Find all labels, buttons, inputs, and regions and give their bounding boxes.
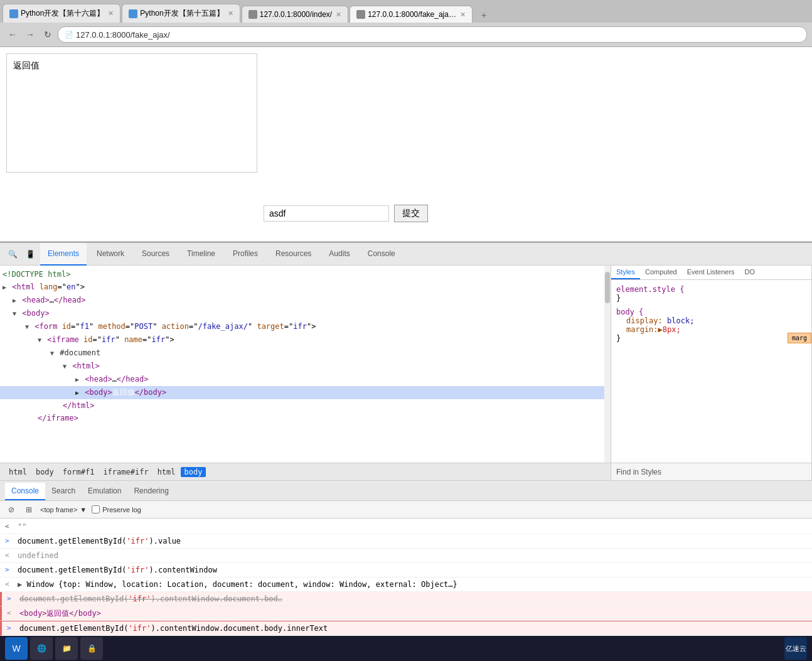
- tab-3-close[interactable]: ✕: [336, 11, 341, 19]
- taskbar-icon-3: 📁: [62, 644, 72, 653]
- elements-panel: <!DOCTYPE html> ▶ <html lang="en"> ▶ <he…: [0, 266, 611, 480]
- refresh-button[interactable]: ↻: [40, 27, 55, 42]
- bottom-tab-search[interactable]: Search: [45, 483, 82, 500]
- styles-tab-styles[interactable]: Styles: [611, 266, 640, 279]
- console-text-1: "": [18, 521, 807, 532]
- devtools-search-icon[interactable]: 🔍: [5, 247, 20, 262]
- devtools-mobile-icon[interactable]: 📱: [23, 247, 38, 262]
- form-triangle[interactable]: ▼: [25, 323, 29, 330]
- iframe-triangle[interactable]: ▼: [38, 336, 41, 343]
- taskbar-item-2[interactable]: 🌐: [30, 637, 53, 660]
- inner-body-open: <body>: [85, 388, 112, 397]
- devtools-tab-sources[interactable]: Sources: [134, 243, 177, 266]
- submit-button[interactable]: 提交: [394, 205, 428, 222]
- address-bar[interactable]: 📄 127.0.0.1:8000/fake_ajax/: [58, 26, 807, 43]
- dom-line-document[interactable]: ▼ #document: [0, 347, 611, 360]
- dom-line-form[interactable]: ▼ <form id="f1" method="POST" action="/f…: [0, 320, 611, 333]
- console-content[interactable]: < "" > document.getElementById('ifr').va…: [0, 519, 812, 643]
- styles-tabs: Styles Computed Event Listeners DO: [611, 266, 811, 280]
- console-text-8: document.getElementById('ifr').contentWi…: [19, 623, 807, 634]
- dom-line-inner-html[interactable]: ▼ <html>: [0, 360, 611, 373]
- elements-scrollbar[interactable]: [604, 266, 611, 463]
- tab-3[interactable]: 127.0.0.1:8000/index/ ✕: [242, 6, 348, 23]
- browser-chrome: Python开发【第十六篇】 ✕ Python开发【第十五篇】 ✕ 127.0.…: [0, 0, 812, 47]
- styles-tab-computed[interactable]: Computed: [640, 266, 682, 279]
- tab-1[interactable]: Python开发【第十六篇】 ✕: [3, 4, 120, 23]
- frame-label: <top frame>: [40, 506, 77, 513]
- inner-head-triangle[interactable]: ▶: [75, 376, 79, 383]
- back-button[interactable]: ←: [5, 27, 20, 42]
- tab-2[interactable]: Python开发【第十五篇】 ✕: [122, 4, 240, 23]
- main-content: 返回值 提交: [0, 47, 812, 242]
- new-tab-button[interactable]: +: [476, 8, 491, 23]
- tab-2-close[interactable]: ✕: [228, 9, 233, 18]
- dom-line-body-open[interactable]: ▼ <body>: [0, 307, 611, 320]
- breadcrumb-iframe[interactable]: iframe#ifr: [99, 467, 152, 477]
- breadcrumb-body[interactable]: body: [32, 467, 58, 477]
- devtools-tab-audits[interactable]: Audits: [321, 243, 357, 266]
- html-tag: <html: [12, 282, 35, 291]
- dom-line-inner-body[interactable]: ▶ <body>返回值</body>: [0, 386, 611, 399]
- taskbar-item-4[interactable]: 🔒: [80, 637, 103, 660]
- bottom-tab-emulation[interactable]: Emulation: [82, 483, 127, 500]
- form-input[interactable]: [264, 205, 389, 222]
- html-triangle[interactable]: ▶: [3, 284, 6, 291]
- console-clear-button[interactable]: ⊘: [5, 503, 18, 516]
- body-style-close: }: [616, 334, 621, 343]
- tab-4[interactable]: 127.0.0.1:8000/fake_aja… ✕: [350, 6, 473, 23]
- html-lang-val: en: [67, 282, 75, 291]
- dom-tree[interactable]: <!DOCTYPE html> ▶ <html lang="en"> ▶ <he…: [0, 266, 611, 463]
- forward-button[interactable]: →: [23, 27, 38, 42]
- style-rule-body: body { display: block; margin:▶8px; }: [616, 308, 806, 343]
- elements-scrollbar-thumb[interactable]: [605, 272, 610, 303]
- devtools-tab-profiles[interactable]: Profiles: [225, 243, 265, 266]
- tab-4-close[interactable]: ✕: [460, 11, 466, 19]
- devtools-tab-timeline[interactable]: Timeline: [179, 243, 223, 266]
- console-text-6: document.getElementById('ifr').contentWi…: [19, 593, 807, 605]
- bottom-tab-rendering[interactable]: Rendering: [127, 483, 174, 500]
- dom-line-close-iframe[interactable]: </iframe>: [0, 412, 611, 424]
- dom-line-close-html[interactable]: </html>: [0, 399, 611, 412]
- bottom-tab-console[interactable]: Console: [5, 483, 45, 500]
- find-in-styles[interactable]: Find in Styles: [611, 463, 811, 480]
- inner-body-triangle[interactable]: ▶: [75, 389, 79, 396]
- preserve-log-label: Preserve log: [102, 506, 141, 513]
- dom-line-iframe[interactable]: ▼ <iframe id="ifr" name="ifr">: [0, 333, 611, 347]
- iframe-tag: <iframe: [47, 335, 79, 344]
- dom-line-html[interactable]: ▶ <html lang="en">: [0, 281, 611, 294]
- console-line-1: < "": [0, 520, 812, 534]
- tab-1-icon: [9, 9, 18, 18]
- preserve-log-checkbox[interactable]: Preserve log: [92, 505, 141, 513]
- breadcrumb-html[interactable]: html: [5, 467, 31, 477]
- tab-1-close[interactable]: ✕: [108, 9, 114, 18]
- styles-tab-do[interactable]: DO: [740, 266, 761, 279]
- tab-3-icon: [248, 10, 257, 19]
- page-icon: 📄: [65, 31, 73, 39]
- devtools-tab-elements[interactable]: Elements: [40, 243, 87, 266]
- return-value-text: 返回值: [13, 60, 40, 70]
- head-triangle[interactable]: ▶: [13, 297, 16, 304]
- taskbar-item-1[interactable]: W: [5, 637, 28, 660]
- dom-line-inner-head[interactable]: ▶ <head>…</head>: [0, 373, 611, 386]
- breadcrumb-html2[interactable]: html: [154, 467, 179, 477]
- console-line-3: < undefined: [0, 549, 812, 563]
- taskbar-item-3[interactable]: 📁: [55, 637, 78, 660]
- breadcrumb-form[interactable]: form#f1: [59, 467, 99, 477]
- devtools-tab-console[interactable]: Console: [360, 243, 403, 266]
- document-triangle[interactable]: ▼: [50, 350, 54, 357]
- styles-content: element.style { } body { display: block;…: [611, 282, 811, 463]
- devtools-tab-network[interactable]: Network: [89, 243, 132, 266]
- margin-indicator: marg: [788, 333, 811, 343]
- breadcrumb-body2[interactable]: body: [181, 467, 206, 477]
- find-in-styles-label: Find in Styles: [616, 468, 661, 476]
- console-filter-button[interactable]: ⊞: [23, 503, 35, 516]
- preserve-log-input[interactable]: [92, 505, 100, 513]
- styles-tab-event-listeners[interactable]: Event Listeners: [682, 266, 740, 279]
- frame-selector[interactable]: <top frame> ▼: [40, 506, 87, 513]
- inner-html-triangle[interactable]: ▼: [63, 363, 67, 370]
- devtools-tab-resources[interactable]: Resources: [268, 243, 319, 266]
- dom-line-head[interactable]: ▶ <head>…</head>: [0, 294, 611, 307]
- dom-line-doctype[interactable]: <!DOCTYPE html>: [0, 268, 611, 281]
- body-open-triangle[interactable]: ▼: [13, 310, 16, 317]
- taskbar-item-cloud[interactable]: 亿速云: [784, 637, 807, 660]
